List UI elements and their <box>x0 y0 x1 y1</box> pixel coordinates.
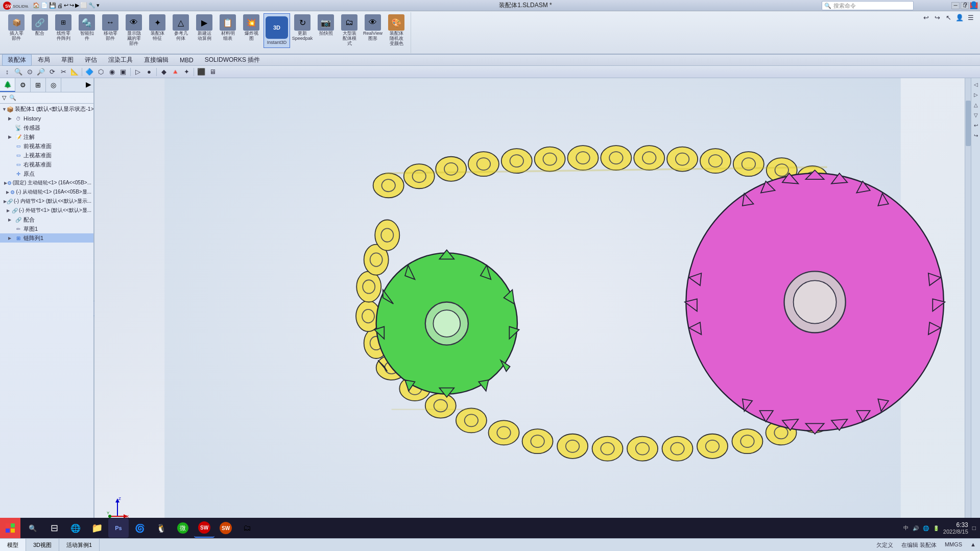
large-assembly-button[interactable]: 🗂 大型装配体模式 <box>338 13 361 47</box>
label-notes: 注解 <box>23 133 35 141</box>
redo-icon-right[interactable]: ↪ <box>932 12 942 22</box>
rp-icon-4[interactable]: ▽ <box>972 111 980 119</box>
tree-item-sketch1[interactable]: ✏ 草图1 <box>0 224 93 233</box>
instant3d-button[interactable]: 3D Instant3D <box>264 13 290 48</box>
help-icon[interactable]: ? <box>963 1 967 9</box>
tree-item-front-plane[interactable]: ▭ 前视基准面 <box>0 141 93 151</box>
taskbar-edge[interactable]: 🌐 <box>65 518 86 538</box>
new-motion-button[interactable]: ▶ 新建运动算例 <box>193 13 216 42</box>
view-icon-13[interactable]: ● <box>144 67 154 77</box>
tree-item-outer-chain[interactable]: ▶ 🔗 (-) 外链节<1> (默认<<默认>显... <box>0 206 93 215</box>
tree-item-drive-sprocket[interactable]: ▶ ⚙ (固定) 主动链轮<1> (16A<<05B>... <box>0 178 93 187</box>
tab-motion1[interactable]: 活动算例1 <box>59 539 100 551</box>
filter-icon[interactable]: ▽ <box>2 94 6 101</box>
tree-item-chain-pattern[interactable]: ▶ ⊞ 链阵列1 <box>0 233 93 243</box>
menu-mbd[interactable]: MBD <box>175 56 199 65</box>
vertical-scrollbar[interactable] <box>965 78 971 532</box>
view-icon-2[interactable]: 🔍 <box>13 67 23 77</box>
view-icon-8[interactable]: 🔷 <box>84 67 94 77</box>
taskbar-qq[interactable]: 🐧 <box>151 518 172 538</box>
tree-item-inner-chain[interactable]: ▶ 🔗 (-) 内链节<1> (默认<<默认>显示... <box>0 197 93 206</box>
linear-pattern-button[interactable]: ⊞ 线性零件阵列 <box>52 13 75 42</box>
command-search[interactable]: 🔍 搜索命令 <box>822 1 914 10</box>
view-icon-16[interactable]: ✦ <box>181 67 192 77</box>
person-icon-right[interactable]: 👤 <box>954 12 965 22</box>
tab-model[interactable]: 模型 <box>0 539 26 551</box>
taskbar-taskview[interactable]: ⊟ <box>44 518 64 538</box>
taskbar-wechat-web[interactable]: 微 <box>173 518 193 538</box>
tab-feature-manager[interactable]: 🌲 <box>0 78 15 92</box>
insert-part-button[interactable]: 📦 插入零部件 <box>5 13 28 42</box>
select-icon-right[interactable]: ↖ <box>943 12 953 22</box>
view-icon-11[interactable]: ▣ <box>118 67 128 77</box>
tree-item-right-plane[interactable]: ▭ 右视基准面 <box>0 160 93 169</box>
update-button[interactable]: ↻ 更新Speedpak <box>291 13 314 42</box>
clock[interactable]: 6:33 2022/8/15 <box>943 521 968 535</box>
ref-geometry-button[interactable]: △ 参考几何体 <box>170 13 192 42</box>
options-icon-right[interactable]: ☰ <box>966 12 976 22</box>
vscrollbar-thumb[interactable] <box>966 101 971 146</box>
smart-fasteners-button[interactable]: 🔩 智能扣件 <box>76 13 98 42</box>
expand-button[interactable]: ▶ <box>84 78 93 92</box>
explode-view-button[interactable]: 💥 爆炸视图 <box>240 13 262 42</box>
tree-item-history[interactable]: ▶ ⏱ History <box>0 114 93 123</box>
viewport[interactable]: Z X Y * 右视 <box>94 78 971 538</box>
rp-icon-3[interactable]: △ <box>972 101 980 109</box>
menu-assembly[interactable]: 装配体 <box>2 54 32 66</box>
tree-item-notes[interactable]: ▶ 📝 注解 <box>0 132 93 141</box>
show-hidden-button[interactable]: 👁 显示隐藏的零部件 <box>123 13 145 47</box>
view-icon-10[interactable]: ◉ <box>107 67 117 77</box>
view-icon-14[interactable]: ◆ <box>159 67 169 77</box>
taskbar-filemanager[interactable]: 🗂 <box>237 518 257 538</box>
taskbar-chrome[interactable]: 🌀 <box>130 518 150 538</box>
user-icon[interactable]: 👤 <box>969 1 978 9</box>
snapshot-button[interactable]: 📷 拍快照 <box>315 13 337 37</box>
menu-render[interactable]: 渲染工具 <box>103 55 138 65</box>
taskbar-solidworks[interactable]: SW <box>194 518 214 538</box>
rp-icon-1[interactable]: ◁ <box>972 80 980 88</box>
tree-item-origin[interactable]: ✛ 原点 <box>0 169 93 178</box>
view-icon-15[interactable]: 🔺 <box>170 67 180 77</box>
rp-icon-2[interactable]: ▷ <box>972 90 980 99</box>
taskbar-search[interactable]: 🔍 <box>22 518 43 538</box>
view-icon-5[interactable]: ⟳ <box>47 67 57 77</box>
tab-property-manager[interactable]: ⚙ <box>15 78 31 92</box>
taskbar-explorer[interactable]: 📁 <box>87 518 107 538</box>
view-icon-4[interactable]: 🔎 <box>36 67 46 77</box>
assembly-features-button[interactable]: ✦ 装配体特征 <box>146 13 169 42</box>
config-props-button[interactable]: 🎨 装配体随机改变颜色 <box>385 13 408 47</box>
menu-layout[interactable]: 布局 <box>33 55 55 65</box>
menu-plugins[interactable]: SOLIDWORKS 插件 <box>200 55 266 65</box>
tree-item-mates[interactable]: ▶ 🔗 配合 <box>0 215 93 224</box>
tree-item-driven-sprocket[interactable]: ▶ ⚙ (-) 从动链轮<1> (16A<<05B>显... <box>0 187 93 197</box>
rp-icon-6[interactable]: ↪ <box>972 131 980 139</box>
view-icon-18[interactable]: 🖥 <box>207 67 218 77</box>
menu-sketch[interactable]: 草图 <box>56 55 79 65</box>
menu-direct-edit[interactable]: 直接编辑 <box>139 55 174 65</box>
view-icon-7[interactable]: 📐 <box>69 67 80 77</box>
view-icon-17[interactable]: ⬛ <box>196 67 206 77</box>
tab-3dview[interactable]: 3D视图 <box>26 539 59 551</box>
rp-icon-5[interactable]: ↩ <box>972 121 980 129</box>
realview-button[interactable]: 👁 RealView图形 <box>362 13 384 42</box>
view-icon-6[interactable]: ✂ <box>58 67 68 77</box>
view-icon-12[interactable]: ▷ <box>133 67 143 77</box>
move-component-button[interactable]: ↔ 移动零部件 <box>99 13 122 42</box>
tree-item-sensors[interactable]: 📡 传感器 <box>0 123 93 132</box>
view-icon-3[interactable]: ⊙ <box>25 67 35 77</box>
undo-icon-right[interactable]: ↩ <box>921 12 931 22</box>
mate-button[interactable]: 🔗 配合 <box>29 13 51 37</box>
notification-icon[interactable]: □ <box>972 524 976 532</box>
view-icon-9[interactable]: ⬡ <box>95 67 106 77</box>
view-icon-1[interactable]: ↕ <box>2 67 12 77</box>
taskbar-solidworks2[interactable]: SW <box>216 518 236 538</box>
tab-driveworks[interactable]: ◎ <box>46 78 61 92</box>
materials-button[interactable]: 📋 材料明细表 <box>217 13 239 42</box>
minimize-button[interactable]: ─ <box>951 2 960 9</box>
menu-evaluate[interactable]: 评估 <box>80 55 102 65</box>
start-button[interactable] <box>0 518 20 538</box>
taskbar-photoshop[interactable]: Ps <box>108 518 129 538</box>
tree-item-top-plane[interactable]: ▭ 上视基准面 <box>0 151 93 160</box>
tab-config-manager[interactable]: ⊞ <box>31 78 46 92</box>
tree-item-root[interactable]: ▼ 📦 装配体1 (默认<默认显示状态-1>) <box>0 105 93 114</box>
